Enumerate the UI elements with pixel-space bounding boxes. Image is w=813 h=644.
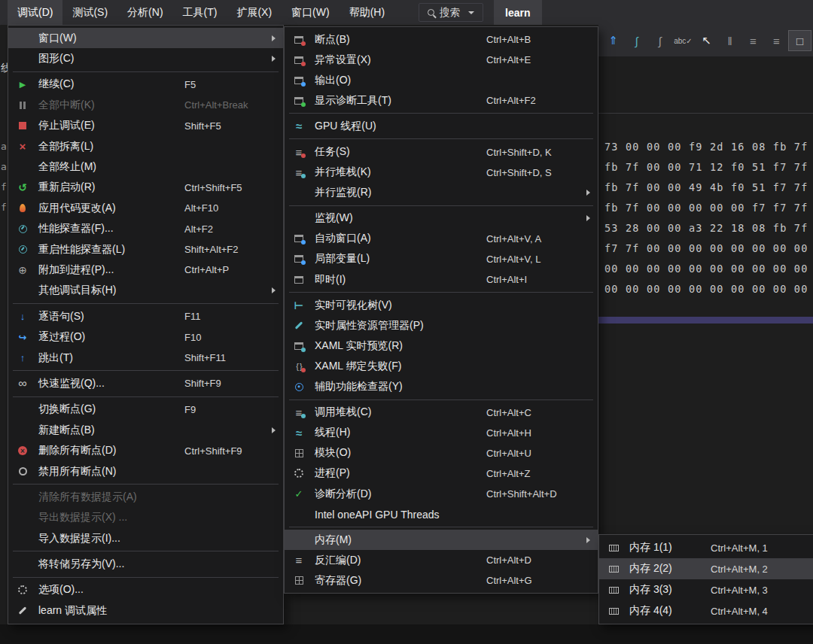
- menu-item-new-breakpoint[interactable]: 新建断点(B): [8, 420, 283, 440]
- menu-item-export-datatips[interactable]: 导出数据提示(X) ...: [8, 508, 283, 528]
- menu-item-quick-watch[interactable]: 快速监视(Q)...Shift+F9: [8, 373, 283, 393]
- menu-item-memory-2[interactable]: 内存 2(2)Ctrl+Alt+M, 2: [599, 558, 813, 579]
- braces-red-icon: [288, 359, 310, 374]
- menu-item-parallel-watch[interactable]: 并行监视(R): [285, 183, 598, 203]
- menu-item-detach-all[interactable]: 全部拆离(L): [8, 136, 283, 156]
- menu-item-apply-code-changes[interactable]: 应用代码更改(A)Alt+F10: [8, 198, 283, 218]
- menu-item-label: 异常设置(X): [315, 53, 371, 67]
- pointer-icon[interactable]: ↖: [695, 30, 718, 51]
- menu-item-processes[interactable]: 进程(P)Ctrl+Alt+Z: [285, 463, 598, 484]
- menu-item-other-debug-targets[interactable]: 其他调试目标(H): [8, 281, 283, 301]
- menu-item-attach-to-process[interactable]: 附加到进程(P)...Ctrl+Alt+P: [8, 260, 283, 280]
- menu-item-terminate-all[interactable]: 全部终止(M): [8, 156, 283, 177]
- menu-item-memory-4[interactable]: 内存 4(4)Ctrl+Alt+M, 4: [599, 600, 813, 621]
- menu-item-output[interactable]: 输出(O): [285, 70, 598, 90]
- menubar-item-tools[interactable]: 工具(T): [173, 0, 227, 25]
- step-curve-1-icon[interactable]: ∫: [625, 30, 648, 51]
- menubar-item-extensions[interactable]: 扩展(X): [227, 0, 282, 25]
- menu-item-learn-debug-properties[interactable]: learn 调试属性: [8, 600, 283, 621]
- person-icon: [288, 379, 310, 394]
- submenu-arrow-icon: [272, 287, 276, 293]
- menu-item-memory[interactable]: 内存(M): [285, 530, 598, 550]
- menu-item-break-all[interactable]: 全部中断(K)Ctrl+Alt+Break: [8, 95, 283, 115]
- menu-item-accessibility-checker[interactable]: 辅助功能检查器(Y): [285, 377, 598, 397]
- menu-item-disable-all-breakpoints[interactable]: 禁用所有断点(N): [8, 461, 283, 481]
- step-curve-2-icon[interactable]: ∫: [648, 30, 671, 51]
- menu-item-continue[interactable]: 继续(C)F5: [8, 74, 283, 95]
- menu-item-performance-profiler[interactable]: 性能探查器(F)...Alt+F2: [8, 219, 283, 239]
- menu-item-label: 实时属性资源管理器(P): [315, 319, 424, 333]
- menu-item-registers[interactable]: 寄存器(G)Ctrl+Alt+G: [285, 570, 598, 591]
- menu-item-modules[interactable]: 模块(O)Ctrl+Alt+U: [285, 443, 598, 463]
- menu-item-call-stack[interactable]: 调用堆栈(C)Ctrl+Alt+C: [285, 402, 598, 423]
- menu-item-threads[interactable]: 线程(H)Ctrl+Alt+H: [285, 423, 598, 443]
- menu-item-relaunch-performance-profiler[interactable]: 重启性能探查器(L)Shift+Alt+F2: [8, 239, 283, 260]
- menu-item-exception-settings[interactable]: 异常设置(X)Ctrl+Alt+E: [285, 50, 598, 70]
- show-next-statement-icon[interactable]: ⇑: [601, 30, 625, 51]
- icon-placeholder: [288, 533, 310, 548]
- menu-item-label: 内存(M): [315, 533, 352, 547]
- visual-studio-window: 线aaff ⇑∫∫abc✓↖‖≡≡□ 73 00 00 00 f9 2d 16 …: [0, 0, 813, 644]
- menu-item-graphics[interactable]: 图形(C): [8, 48, 283, 68]
- menu-item-parallel-stacks[interactable]: 并行堆栈(K)Ctrl+Shift+D, S: [285, 163, 598, 183]
- menu-item-step-into[interactable]: 逐语句(S)F11: [8, 306, 283, 327]
- menu-item-restart[interactable]: 重新启动(R)Ctrl+Shift+F5: [8, 178, 283, 198]
- menu-shortcut: Ctrl+Alt+I: [486, 274, 527, 285]
- list-view-2-icon[interactable]: ≡: [765, 30, 788, 51]
- menu-item-clear-all-datatips[interactable]: 清除所有数据提示(A): [8, 487, 283, 507]
- menu-item-stop-debugging[interactable]: 停止调试(E)Shift+F5: [8, 116, 283, 136]
- profiler-icon: [11, 221, 34, 236]
- menu-item-delete-all-breakpoints[interactable]: 删除所有断点(D)Ctrl+Shift+F9: [8, 440, 283, 460]
- menu-item-label: 性能探查器(F)...: [38, 222, 114, 235]
- menu-item-step-out[interactable]: 跳出(T)Shift+F11: [8, 348, 283, 368]
- menu-item-save-dump-as[interactable]: 将转储另存为(V)...: [8, 554, 283, 574]
- menubar-item-debug[interactable]: 调试(D): [8, 0, 62, 25]
- menubar-item-window[interactable]: 窗口(W): [282, 0, 340, 25]
- menu-item-watch[interactable]: 监视(W): [285, 208, 598, 229]
- menubar-item-test[interactable]: 测试(S): [62, 0, 117, 25]
- menu-shortcut: Ctrl+Alt+H: [486, 427, 531, 439]
- menu-item-xaml-live-preview[interactable]: XAML 实时预览(R): [285, 336, 598, 356]
- menu-item-disassembly[interactable]: 反汇编(D)Ctrl+Alt+D: [285, 550, 598, 570]
- menu-item-memory-3[interactable]: 内存 3(3)Ctrl+Alt+M, 3: [599, 579, 813, 600]
- menu-item-breakpoints[interactable]: 断点(B)Ctrl+Alt+B: [285, 29, 598, 50]
- search-box[interactable]: 搜索: [419, 3, 483, 22]
- double-bar-icon[interactable]: ‖: [718, 30, 741, 51]
- menu-item-step-over[interactable]: 逐过程(O)F10: [8, 327, 283, 347]
- menu-shortcut: Ctrl+Alt+G: [486, 575, 532, 586]
- menu-shortcut: Ctrl+Alt+Z: [486, 468, 531, 479]
- menu-item-autos[interactable]: 自动窗口(A)Ctrl+Alt+V, A: [285, 229, 598, 249]
- list-view-1-icon[interactable]: ≡: [741, 30, 765, 51]
- menu-item-live-visual-tree[interactable]: 实时可视化树(V): [285, 295, 598, 315]
- menubar-item-analyze[interactable]: 分析(N): [117, 0, 172, 25]
- project-button[interactable]: learn: [494, 0, 541, 25]
- menu-item-import-datatips[interactable]: 导入数据提示(I)...: [8, 528, 283, 548]
- menu-item-live-property-explorer[interactable]: 实时属性资源管理器(P): [285, 315, 598, 336]
- menubar-item-help[interactable]: 帮助(H): [340, 0, 394, 25]
- memory-panel-icon[interactable]: □: [788, 30, 811, 51]
- menu-item-locals[interactable]: 局部变量(L)Ctrl+Alt+V, L: [285, 249, 598, 269]
- debug-toolbar: ⇑∫∫abc✓↖‖≡≡□: [598, 25, 813, 56]
- menu-item-windows[interactable]: 窗口(W): [8, 28, 283, 48]
- menu-item-label: 停止调试(E): [38, 119, 95, 132]
- text-check-icon[interactable]: abc✓: [671, 30, 695, 51]
- menu-item-diagnostic-analysis[interactable]: 诊断分析(D)Ctrl+Shift+Alt+D: [285, 484, 598, 504]
- menu-item-options[interactable]: 选项(O)...: [8, 580, 283, 600]
- menu-item-label: 逐语句(S): [38, 310, 84, 324]
- menu-item-immediate[interactable]: 即时(I)Ctrl+Alt+I: [285, 269, 598, 290]
- menu-item-label: 切换断点(G): [38, 402, 96, 416]
- menu-item-tasks[interactable]: 任务(S)Ctrl+Shift+D, K: [285, 141, 598, 162]
- clipped-text-fragment: f: [1, 202, 7, 213]
- menu-item-gpu-threads[interactable]: GPU 线程(U): [285, 116, 598, 136]
- list-teal-icon: [288, 405, 310, 420]
- icon-placeholder: [11, 402, 34, 417]
- menu-item-xaml-binding-failures[interactable]: XAML 绑定失败(F): [285, 356, 598, 376]
- menu-item-toggle-breakpoint[interactable]: 切换断点(G)F9: [8, 399, 283, 420]
- menu-item-memory-1[interactable]: 内存 1(1)Ctrl+Alt+M, 1: [599, 537, 813, 558]
- menu-item-label: 清除所有数据提示(A): [38, 491, 137, 504]
- menu-separator: [13, 370, 279, 371]
- menu-item-intel-oneapi-gpu-threads[interactable]: Intel oneAPI GPU Threads: [285, 504, 598, 524]
- memory-submenu: 内存 1(1)Ctrl+Alt+M, 1内存 2(2)Ctrl+Alt+M, 2…: [598, 534, 813, 624]
- menu-item-show-diagnostic-tools[interactable]: 显示诊断工具(T)Ctrl+Alt+F2: [285, 90, 598, 111]
- menu-item-label: 内存 4(4): [629, 604, 672, 618]
